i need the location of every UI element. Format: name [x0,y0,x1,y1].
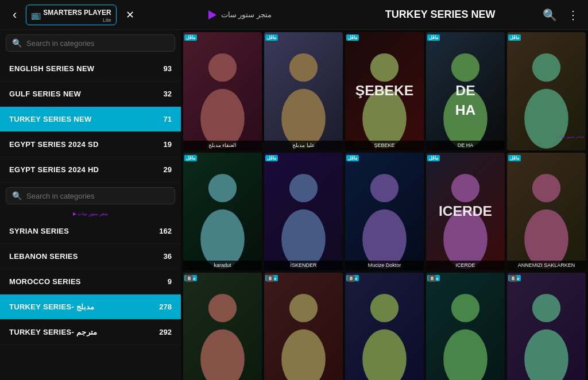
card-6[interactable]: ماڤلkaradut [183,153,262,271]
sidebar-item-4[interactable]: EGYPT SERIES 2024 HD29 [0,157,181,183]
mafl-badge: ماڤل [508,34,521,41]
content-grid: ماڤلالعنقاء مدبلجماڤلعليا مدبلجŞEBEKEماڤ… [183,32,586,380]
card-artwork [507,32,586,150]
sidebar-item-5[interactable]: SYRIAN SERIES162 [0,219,181,244]
sidebar-item-count: 292 [159,328,172,336]
svg-point-33 [524,329,568,380]
close-button[interactable]: ✕ [120,6,140,24]
mafl-badge: ماڤل [184,155,197,161]
sidebar-item-label: TURKEY SERIES- مدبلج [9,303,94,311]
card-1[interactable]: ماڤلالعنقاء مدبلج [183,32,262,150]
sidebar-item-count: 93 [164,64,172,73]
svg-text:ICERDE: ICERDE [439,203,492,218]
sidebar-item-7[interactable]: MOROCCO SERIES9 [0,269,181,294]
card-2[interactable]: ماڤلعليا مدبلج [264,32,343,150]
card-3[interactable]: ŞEBEKEماڤلŞEBEKE [345,32,424,150]
card-artwork [345,153,424,271]
logo-text-block: SMARTERS PLAYER Lite [43,7,111,23]
card-15[interactable]: ماڤل8 [507,273,586,380]
svg-point-28 [370,294,399,322]
card-7[interactable]: ماڤلİSKENDER [264,153,343,271]
card-title: العنقاء مدبلج [183,141,262,150]
mafl-badge: ماڤل [427,34,440,41]
card-title: ANNEMIZI SAKLARKEN [507,261,586,270]
card-title: ŞEBEKE [345,141,424,150]
top-header: ‹ 📺 SMARTERS PLAYER Lite ✕ متجر ستور سات… [0,0,588,30]
svg-point-12 [524,89,568,149]
search-input-top[interactable] [26,39,169,48]
svg-point-24 [208,294,237,322]
card-11[interactable]: ماڤل8 [183,273,262,380]
number-badge: 8 [509,275,517,282]
search-icon[interactable]: 🔍 [540,6,559,24]
svg-point-32 [532,294,560,322]
sidebar-item-label: GULF SERIES NEW [9,90,81,98]
sidebar-item-count: 278 [159,303,172,311]
logo-lite: Lite [43,17,111,23]
sidebar-item-9[interactable]: TURKEY SERIES- مترجم292 [0,320,181,345]
svg-point-18 [362,209,407,269]
number-badge: 8 [428,275,436,282]
card-5[interactable]: ماڤلمتجر ستور سات [507,32,586,150]
svg-point-19 [451,173,479,201]
card-10[interactable]: ماڤلANNEMIZI SAKLARKEN [507,153,586,271]
search-box-mid[interactable]: 🔍 [6,187,175,204]
sidebar-item-6[interactable]: LEBANON SERIES36 [0,244,181,269]
sidebar-item-label: EGYPT SERIES 2024 HD [9,165,99,174]
number-badge: 8 [347,275,355,282]
svg-text:DE: DE [455,83,475,98]
sidebar-item-count: 36 [164,252,172,261]
main-content: 🔍 ENGLISH SERIES NEW93GULF SERIES NEW32T… [0,30,588,380]
svg-text:ŞEBEKE: ŞEBEKE [355,83,413,98]
card-14[interactable]: ماڤل8 [426,273,505,380]
svg-point-23 [524,209,568,269]
search-icon-mid: 🔍 [12,191,22,200]
card-12[interactable]: ماڤل8 [264,273,343,380]
svg-point-4 [370,53,399,82]
card-artwork: DEHA [426,32,505,150]
arabic-store-text: متجر ستور سات [221,10,272,19]
mafl-badge: ماڤل [427,155,440,161]
sidebar-items-list: ENGLISH SERIES NEW93GULF SERIES NEW32TUR… [0,56,181,345]
card-artwork [264,32,343,150]
mafl-badge: ماڤل [346,34,359,41]
card-4[interactable]: DEHAماڤلDE HA [426,32,505,150]
sidebar-item-count: 32 [164,90,172,98]
mafl-badge: ماڤل [346,155,359,161]
svg-point-14 [200,209,245,269]
sidebar-item-2[interactable]: TURKEY SERIES NEW71 [0,107,181,132]
card-9[interactable]: ICERDEماڤلICERDE [426,153,505,271]
sidebar-item-3[interactable]: EGYPT SERIES 2024 SD19 [0,132,181,157]
card-artwork: ŞEBEKE [345,32,424,150]
svg-point-16 [281,209,326,269]
svg-point-26 [289,294,318,322]
svg-point-3 [281,89,326,149]
card-title: İSKENDER [264,261,343,270]
sidebar-item-8[interactable]: TURKEY SERIES- مدبلج278 [0,294,181,320]
search-icon-top: 🔍 [12,38,22,48]
mafl-badge: ماڤل [265,34,278,41]
mafl-badge: ماڤل [184,34,197,41]
card-title: عليا مدبلج [264,141,343,150]
card-13[interactable]: ماڤل8مصاع الطرق [345,273,424,380]
mafl-badge: ماڤل [508,155,521,161]
header-title: TURKEY SERIES NEW [340,9,540,21]
sidebar-item-1[interactable]: GULF SERIES NEW32 [0,82,181,107]
svg-point-25 [200,329,245,380]
sidebar-item-0[interactable]: ENGLISH SERIES NEW93 [0,56,181,82]
card-artwork [345,273,424,380]
sidebar-item-label: ENGLISH SERIES NEW [9,64,94,73]
sidebar-item-count: 9 [168,277,172,286]
sidebar-item-count: 162 [159,227,172,235]
sidebar: 🔍 ENGLISH SERIES NEW93GULF SERIES NEW32T… [0,30,181,380]
search-box-top[interactable]: 🔍 [6,34,175,52]
svg-point-17 [370,173,399,201]
card-artwork [264,153,343,271]
back-button[interactable]: ‹ [7,5,22,25]
search-input-mid[interactable] [26,192,169,200]
svg-point-7 [451,53,479,82]
sidebar-item-label: MOROCCO SERIES [9,277,81,286]
sidebar-item-label: TURKEY SERIES- مترجم [9,328,97,336]
card-8[interactable]: ماڤلMucize Doktor [345,153,424,271]
more-options-icon[interactable]: ⋮ [565,6,581,24]
